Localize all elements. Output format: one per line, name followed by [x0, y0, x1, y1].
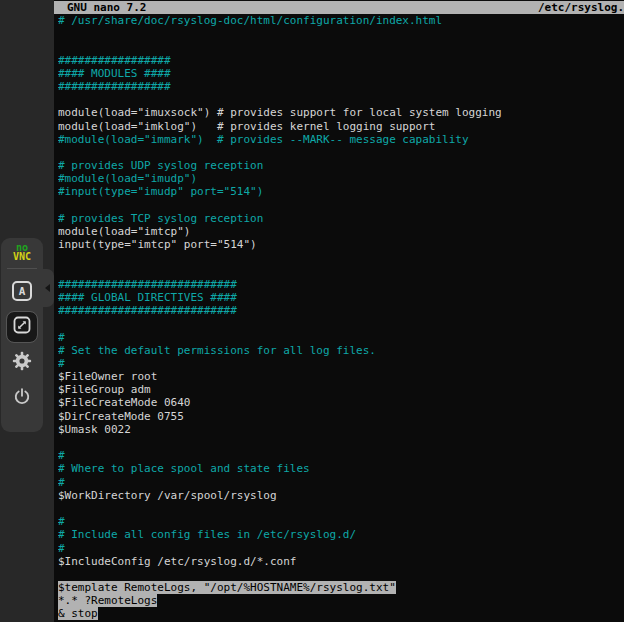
terminal-line	[58, 146, 624, 159]
gear-icon	[11, 350, 33, 376]
terminal-line: #	[58, 515, 624, 528]
nano-filename-label: /etc/rsyslog.	[538, 1, 624, 14]
extra-keys-button[interactable]: A	[7, 276, 37, 306]
novnc-logo: no VNC	[13, 243, 31, 261]
terminal-line	[58, 568, 624, 581]
terminal-line: module(load="imklog") # provides kernel …	[58, 120, 624, 133]
terminal-line: #	[58, 449, 624, 462]
terminal-window[interactable]: GNU nano 7.2 /etc/rsyslog. # /usr/share/…	[54, 0, 624, 622]
terminal-line	[58, 199, 624, 212]
nano-version-label: GNU nano 7.2	[67, 1, 146, 14]
terminal-line: #input(type="imudp" port="514")	[58, 185, 624, 198]
terminal-line: #	[58, 331, 624, 344]
terminal-line: $template RemoteLogs, "/opt/%HOSTNAME%/r…	[58, 581, 624, 594]
terminal-line: $FileOwner root	[58, 370, 624, 383]
a-key-icon: A	[12, 281, 32, 301]
fullscreen-button[interactable]	[7, 312, 37, 342]
novnc-logo-vnc: VNC	[13, 252, 31, 261]
terminal-line: # Include all config files in /etc/rsysl…	[58, 528, 624, 541]
terminal-line: $DirCreateMode 0755	[58, 410, 624, 423]
terminal-line: module(load="imtcp")	[58, 225, 624, 238]
terminal-line: $WorkDirectory /var/spool/rsyslog	[58, 489, 624, 502]
terminal-line	[58, 436, 624, 449]
terminal-line: module(load="imuxsock") # provides suppo…	[58, 106, 624, 119]
terminal-line: # provides UDP syslog reception	[58, 159, 624, 172]
terminal-line: #	[58, 542, 624, 555]
terminal-line: # Where to place spool and state files	[58, 462, 624, 475]
terminal-line: #### MODULES ####	[58, 67, 624, 80]
terminal-line: #module(load="immark") # provides --MARK…	[58, 133, 624, 146]
power-icon	[12, 387, 32, 411]
terminal-line	[58, 265, 624, 278]
terminal-line: $FileCreateMode 0640	[58, 396, 624, 409]
nano-edit-area[interactable]: # /usr/share/doc/rsyslog-doc/html/config…	[58, 14, 624, 622]
terminal-line: #### GLOBAL DIRECTIVES ####	[58, 291, 624, 304]
terminal-line	[58, 251, 624, 264]
terminal-line: #################	[58, 80, 624, 93]
terminal-line: #	[58, 476, 624, 489]
terminal-line: $IncludeConfig /etc/rsyslog.d/*.conf	[58, 555, 624, 568]
terminal-line: # Set the default permissions for all lo…	[58, 344, 624, 357]
collapse-arrow-icon	[45, 284, 50, 292]
terminal-line	[58, 27, 624, 40]
terminal-line: #module(load="imudp")	[58, 172, 624, 185]
terminal-line: ###########################	[58, 304, 624, 317]
terminal-line: input(type="imtcp" port="514")	[58, 238, 624, 251]
terminal-line: $Umask 0022	[58, 423, 624, 436]
terminal-line	[58, 502, 624, 515]
terminal-line: & stop	[58, 607, 624, 620]
terminal-line	[58, 317, 624, 330]
panel-divider	[7, 268, 37, 269]
terminal-line: # /usr/share/doc/rsyslog-doc/html/config…	[58, 14, 624, 27]
terminal-line: #################	[58, 54, 624, 67]
nano-titlebar: GNU nano 7.2 /etc/rsyslog.	[54, 1, 624, 14]
novnc-control-bar: no VNC A	[1, 238, 43, 432]
expand-icon	[13, 316, 31, 338]
a-key-letter: A	[19, 285, 26, 298]
terminal-line: ###########################	[58, 278, 624, 291]
power-button[interactable]	[7, 384, 37, 414]
terminal-line	[58, 40, 624, 53]
terminal-line	[58, 93, 624, 106]
terminal-line: *.* ?RemoteLogs	[58, 594, 624, 607]
terminal-line: $FileGroup adm	[58, 383, 624, 396]
terminal-line: #	[58, 357, 624, 370]
terminal-line: # provides TCP syslog reception	[58, 212, 624, 225]
settings-button[interactable]	[7, 348, 37, 378]
